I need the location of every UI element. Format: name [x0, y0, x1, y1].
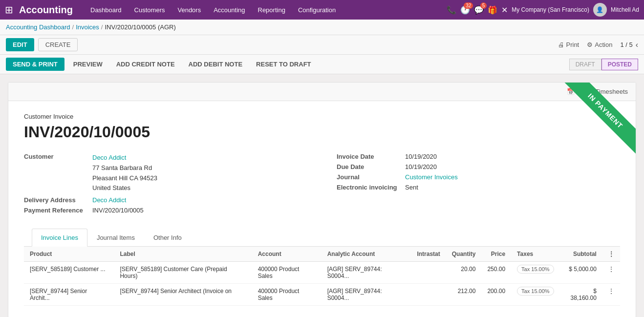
- pagination: 1 / 5 ‹: [620, 41, 638, 49]
- cell-account: 400000 Product Sales: [252, 262, 322, 284]
- cell-subtotal: $ 38,160.00: [560, 284, 602, 306]
- add-debit-note-button[interactable]: ADD DEBIT NOTE: [184, 58, 248, 70]
- cell-row-menu[interactable]: ⋮: [602, 284, 620, 306]
- tab-other-info[interactable]: Other Info: [144, 229, 191, 247]
- calendar-icon: 📅: [567, 88, 575, 95]
- table-header-row: Product Label Account Analytic Account I…: [24, 247, 620, 262]
- create-button[interactable]: CREATE: [38, 38, 78, 51]
- pagination-text: 1 / 5: [620, 41, 632, 48]
- invoice-table: Product Label Account Analytic Account I…: [24, 247, 620, 306]
- breadcrumb-current: INV/2020/10/0005 (AGR): [105, 23, 175, 31]
- preview-button[interactable]: PREVIEW: [68, 58, 107, 70]
- cell-intrastat: [411, 284, 446, 306]
- cell-taxes: Tax 15.00%: [511, 284, 559, 306]
- cell-label: [SERV_89744] Senior Architect (Invoice o…: [114, 284, 252, 306]
- action-label: Action: [595, 41, 612, 48]
- add-credit-note-button[interactable]: ADD CREDIT NOTE: [111, 58, 180, 70]
- status-bar: DRAFT POSTED: [569, 59, 638, 70]
- gift-icon[interactable]: 🎁: [488, 5, 497, 15]
- col-account: Account: [252, 247, 322, 262]
- customer-name-link[interactable]: Deco Addict: [92, 154, 126, 161]
- settings-icon[interactable]: ✕: [501, 5, 508, 15]
- timesheets-button[interactable]: 📅 124 Timesheets: [567, 86, 628, 97]
- chat-icon[interactable]: 💬 5: [474, 5, 484, 15]
- secondary-toolbar: SEND & PRINT PREVIEW ADD CREDIT NOTE ADD…: [0, 55, 644, 74]
- main-content: 📅 124 Timesheets IN PAYMENT Customer Inv…: [0, 74, 644, 317]
- col-intrastat: Intrastat: [411, 247, 446, 262]
- cell-quantity: 20.00: [446, 262, 482, 284]
- status-draft: DRAFT: [569, 59, 601, 70]
- gear-icon: ⚙: [587, 41, 593, 48]
- invoice-card: 📅 124 Timesheets IN PAYMENT Customer Inv…: [8, 82, 636, 317]
- cell-row-menu[interactable]: ⋮: [602, 262, 620, 284]
- cell-account: 400000 Product Sales: [252, 284, 322, 306]
- action-dropdown-button[interactable]: ⚙ Action: [587, 41, 612, 48]
- payment-reference-value: INV/2020/10/0005: [92, 207, 144, 214]
- app-grid-icon[interactable]: ⊞: [5, 4, 13, 16]
- invoice-date-field-row: Invoice Date 10/19/2020: [337, 153, 620, 160]
- pagination-prev-icon[interactable]: ‹: [636, 41, 638, 49]
- due-date-field-row: Due Date 10/19/2020: [337, 163, 620, 170]
- nav-dashboard[interactable]: Dashboard: [85, 2, 128, 18]
- table-row[interactable]: [SERV_585189] Customer ... [SERV_585189]…: [24, 262, 620, 284]
- nav-configuration[interactable]: Configuration: [292, 2, 342, 18]
- breadcrumb-sep-1: /: [72, 23, 74, 31]
- phone-icon[interactable]: 📞: [447, 5, 456, 15]
- journal-label: Journal: [337, 173, 405, 181]
- printer-icon: 🖨: [558, 41, 564, 48]
- payment-reference-field-row: Payment Reference INV/2020/10/0005: [24, 207, 307, 214]
- col-label: Label: [114, 247, 252, 262]
- action-bar: EDIT CREATE 🖨 Print ⚙ Action 1 / 5 ‹: [0, 35, 644, 55]
- breadcrumb-accounting-dashboard[interactable]: Accounting Dashboard: [6, 23, 70, 31]
- breadcrumb-sep-2: /: [101, 23, 103, 31]
- cell-analytic-account: [AGR] SERV_89744: S0004...: [322, 284, 411, 306]
- edit-button[interactable]: EDIT: [6, 38, 34, 51]
- customer-value: Deco Addict 77 Santa Barbara RdPleasant …: [92, 153, 157, 193]
- nav-vendors[interactable]: Vendors: [172, 2, 207, 18]
- app-name: Accounting: [19, 4, 73, 16]
- chat-badge: 5: [480, 2, 487, 9]
- due-date-value: 10/19/2020: [405, 163, 437, 170]
- delivery-address-field-row: Delivery Address Deco Addict: [24, 196, 307, 204]
- nav-accounting[interactable]: Accounting: [208, 2, 251, 18]
- col-price: Price: [481, 247, 511, 262]
- company-name: My Company (San Francisco): [512, 6, 589, 13]
- action-right: 🖨 Print ⚙ Action 1 / 5 ‹: [558, 41, 639, 49]
- cell-taxes: Tax 15.00%: [511, 262, 559, 284]
- col-quantity: Quantity: [446, 247, 482, 262]
- journal-link[interactable]: Customer Invoices: [405, 173, 458, 181]
- clock-icon[interactable]: 🕐 32: [460, 5, 470, 15]
- avatar[interactable]: 👤: [593, 3, 607, 17]
- invoice-fields: Customer Deco Addict 77 Santa Barbara Rd…: [24, 153, 620, 217]
- delivery-address-label: Delivery Address: [24, 196, 92, 204]
- right-fields: Invoice Date 10/19/2020 Due Date 10/19/2…: [337, 153, 620, 217]
- payment-reference-label: Payment Reference: [24, 207, 92, 214]
- electronic-invoicing-label: Electronic invoicing: [337, 184, 405, 191]
- clock-badge: 32: [464, 2, 473, 9]
- left-fields: Customer Deco Addict 77 Santa Barbara Rd…: [24, 153, 307, 217]
- invoice-body: Customer Invoice INV/2020/10/0005 Custom…: [8, 101, 636, 317]
- timesheets-count: 124: [578, 86, 592, 97]
- tab-invoice-lines[interactable]: Invoice Lines: [32, 229, 87, 247]
- cell-price: 200.00: [481, 284, 511, 306]
- reset-to-draft-button[interactable]: RESET TO DRAFT: [251, 58, 316, 70]
- delivery-address-link[interactable]: Deco Addict: [92, 196, 126, 204]
- col-subtotal: Subtotal: [560, 247, 602, 262]
- tabs-bar: Invoice Lines Journal Items Other Info: [24, 229, 620, 247]
- nav-reporting[interactable]: Reporting: [252, 2, 291, 18]
- top-navbar: ⊞ Accounting Dashboard Customers Vendors…: [0, 0, 644, 20]
- customer-address-line: 77 Santa Barbara RdPleasant Hill CA 9452…: [92, 164, 157, 192]
- tab-journal-items[interactable]: Journal Items: [87, 229, 144, 247]
- breadcrumb-invoices[interactable]: Invoices: [76, 23, 99, 31]
- send-print-button[interactable]: SEND & PRINT: [6, 58, 64, 71]
- electronic-invoicing-value: Sent: [405, 184, 418, 191]
- print-button[interactable]: 🖨 Print: [558, 41, 580, 48]
- cell-product: [SERV_585189] Customer ...: [24, 262, 114, 284]
- table-row[interactable]: [SERV_89744] Senior Archit... [SERV_8974…: [24, 284, 620, 306]
- nav-customers[interactable]: Customers: [129, 2, 171, 18]
- journal-value: Customer Invoices: [405, 173, 458, 181]
- col-analytic-account: Analytic Account: [322, 247, 411, 262]
- user-name: Mitchell Ad: [611, 6, 639, 13]
- invoice-date-label: Invoice Date: [337, 153, 405, 160]
- status-posted: POSTED: [601, 59, 638, 70]
